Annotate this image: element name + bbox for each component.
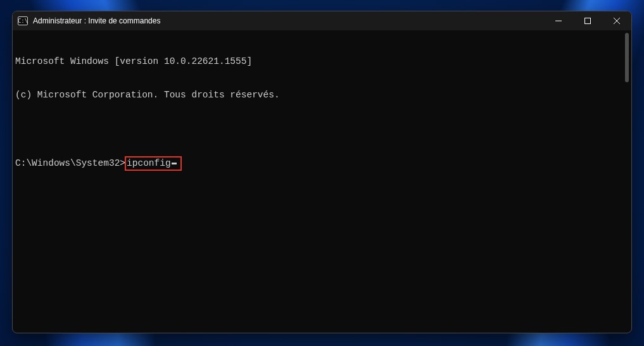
- command-prompt-icon: C:\: [18, 16, 28, 25]
- svg-rect-0: [585, 18, 591, 24]
- minimize-icon: [555, 18, 562, 24]
- terminal-area[interactable]: Microsoft Windows [version 10.0.22621.15…: [13, 30, 631, 333]
- prompt-text: C:\Windows\System32>: [15, 158, 125, 170]
- titlebar[interactable]: C:\ Administrateur : Invite de commandes: [13, 11, 631, 30]
- maximize-icon: [584, 18, 591, 24]
- prompt-line: C:\Windows\System32>ipconfig: [15, 156, 629, 171]
- typed-command: ipconfig: [127, 158, 171, 170]
- command-highlight: ipconfig: [125, 156, 182, 171]
- maximize-button[interactable]: [573, 11, 602, 30]
- close-button[interactable]: [602, 11, 631, 30]
- close-icon: [614, 18, 620, 24]
- window-controls: [544, 11, 631, 30]
- window-title: Administrateur : Invite de commandes: [33, 16, 160, 25]
- output-line: (c) Microsoft Corporation. Tous droits r…: [15, 90, 629, 101]
- command-prompt-window: C:\ Administrateur : Invite de commandes…: [12, 11, 632, 333]
- text-cursor: [172, 163, 177, 164]
- title-left: C:\ Administrateur : Invite de commandes: [13, 16, 544, 25]
- output-line: Microsoft Windows [version 10.0.22621.15…: [15, 56, 629, 68]
- minimize-button[interactable]: [544, 11, 573, 30]
- blank-line: [15, 123, 629, 134]
- scrollbar-thumb[interactable]: [625, 33, 629, 82]
